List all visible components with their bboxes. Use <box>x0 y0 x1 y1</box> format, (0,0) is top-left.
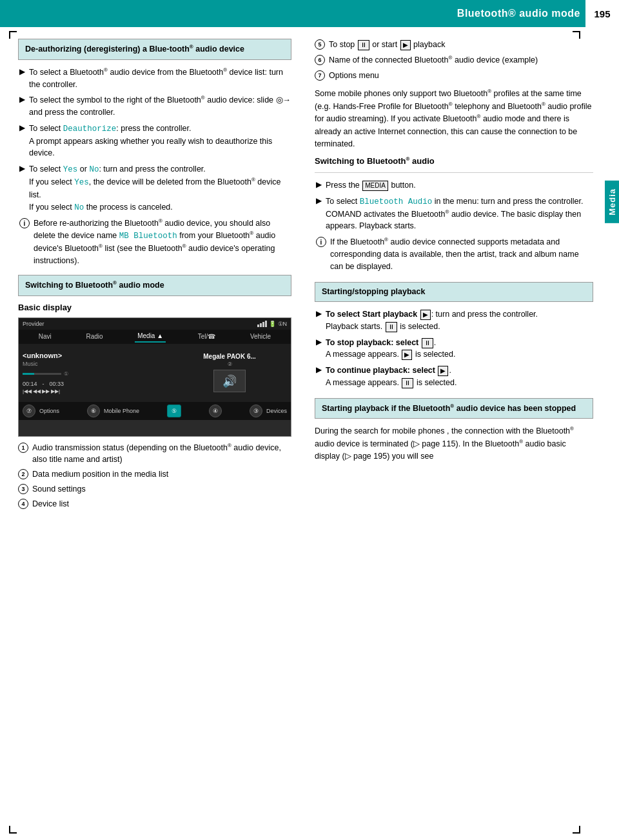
paragraph-bluetooth-profiles: Some mobile phones only support two Blue… <box>315 88 593 150</box>
pause-btn2: ⏸ <box>422 338 433 348</box>
page-number-box: 195 <box>585 0 619 27</box>
media-display: Provider 🔋 ①N Navi Radio Media ▲ T <box>18 317 291 437</box>
start-playback-text: To select Start playback ▶: turn and pre… <box>326 308 538 333</box>
bullet-item: ▶ To select Deauthorize: press the contr… <box>18 123 291 159</box>
media-right-panel: Megale PAOK 6... ② 🔊 <box>168 344 291 402</box>
nav-media: Media ▲ <box>135 331 166 343</box>
left-column: De-authorizing (deregistering) a Blue-to… <box>0 27 303 840</box>
signal-icon <box>257 321 267 327</box>
basic-display-title: Basic display <box>18 303 291 312</box>
num-text-3: Sound settings <box>32 483 86 495</box>
ctrl-btn-6[interactable]: ⑥ <box>87 405 100 417</box>
bullet-arrow: ▶ <box>316 196 322 232</box>
nav-tel: Tel/☎ <box>195 331 219 343</box>
ctrl-btn-3[interactable]: ③ <box>250 405 262 417</box>
bullet-arrow: ▶ <box>316 337 322 361</box>
stopped-section-header: Starting playback if the Bluetooth® audi… <box>315 398 593 419</box>
bullet-item: ▶ To continue playback: select ▶.A messa… <box>315 365 593 389</box>
page-content: De-authorizing (deregistering) a Blue-to… <box>0 27 619 840</box>
numbered-item: 2 Data medium position in the media list <box>18 468 291 481</box>
time-elapsed: 00:14 <box>23 381 37 387</box>
play-btn3: ▶ <box>438 366 448 376</box>
num-text-1: Audio transmission status (depending on … <box>32 442 291 466</box>
bullet-item: ▶ To stop playback: select ⏸.A message a… <box>315 337 593 361</box>
bullet-arrow: ▶ <box>19 67 25 91</box>
pause-btn3: ⏸ <box>402 378 413 388</box>
time-total: 00:33 <box>50 381 64 387</box>
num-circle-1: 1 <box>18 443 28 453</box>
num-text-4: Device list <box>32 498 69 510</box>
page-title: Bluetooth® audio mode <box>457 8 580 19</box>
play-btn2: ▶ <box>402 350 412 360</box>
bullet-text: To select Bluetooth Audio in the menu: t… <box>326 195 593 232</box>
numbered-item: 4 Device list <box>18 498 291 510</box>
num-circle-2: 2 <box>18 469 28 479</box>
media-nav: Navi Radio Media ▲ Tel/☎ Vehicle <box>19 330 291 344</box>
provider-label: Provider <box>23 321 44 327</box>
media-bottom-bar: ⑦ Options ⑥ Mobile Phone ⑤ ④ ③ Dev <box>19 402 291 420</box>
bullet-arrow: ▶ <box>19 164 25 214</box>
stopped-section: Starting playback if the Bluetooth® audi… <box>315 398 593 463</box>
bullet-arrow: ▶ <box>316 180 322 192</box>
numbered-item: 7 Options menu <box>315 70 593 82</box>
info-text: If the Bluetooth® audio device connected… <box>330 236 593 272</box>
media-center-area: <unknown> Music ① 00:14 - 00:33 <box>19 344 291 402</box>
deauth-section-header: De-authorizing (deregistering) a Blue-to… <box>18 39 291 60</box>
bullet-text: To select a Bluetooth® audio device from… <box>29 66 291 91</box>
nav-navi: Navi <box>36 331 54 343</box>
numbered-item: 3 Sound settings <box>18 483 291 495</box>
track-title: Megale PAOK 6... <box>203 353 256 360</box>
bullet-arrow: ▶ <box>316 365 322 389</box>
num-text-5: To stop ⏸ or start ▶ playback <box>329 39 445 51</box>
bullet-item: ▶ To select Yes or No: turn and press th… <box>18 163 291 214</box>
bullet-arrow: ▶ <box>316 309 322 333</box>
numbered-item: 5 To stop ⏸ or start ▶ playback <box>315 39 593 51</box>
num-circle-3: 3 <box>18 484 28 494</box>
playback-section: Starting/stopping playback ▶ To select S… <box>315 282 593 389</box>
playback-title: Starting/stopping playback <box>322 287 425 296</box>
nav-vehicle: Vehicle <box>248 331 273 343</box>
bullet-item: ▶ To select Start playback ▶: turn and p… <box>315 308 593 333</box>
playback-section-header: Starting/stopping playback <box>315 282 593 303</box>
play-btn: ▶ <box>420 310 431 320</box>
info-icon: i <box>19 218 30 228</box>
speaker-icon: 🔊 <box>222 374 237 388</box>
bullet-item: ▶ Press the MEDIA button. <box>315 179 593 192</box>
track-num: ② <box>228 361 232 367</box>
deauth-title: De-authorizing (deregistering) a Blue-to… <box>25 45 244 54</box>
track-unknown: <unknown> <box>23 352 164 359</box>
header-bar: Bluetooth® audio mode 195 <box>0 0 619 27</box>
bullet-item: ▶ To select Bluetooth Audio in the menu:… <box>315 195 593 232</box>
media-btn-inline: MEDIA <box>362 181 388 191</box>
stopped-paragraph: During the search for mobile phones , th… <box>315 425 593 463</box>
bullet-text: To select Yes or No: turn and press the … <box>29 163 291 214</box>
info-text: Before re-authorizing the Bluetooth® aud… <box>34 217 291 266</box>
num-text-2: Data medium position in the media list <box>32 468 168 481</box>
time-separator: - <box>43 381 44 387</box>
num-circle-5: 5 <box>315 39 325 50</box>
switching-title: Switching to Bluetooth® audio mode <box>25 281 164 290</box>
bullet-text: To select Deauthorize: press the control… <box>29 123 291 159</box>
switching-right-section: Switching to Bluetooth® audio ▶ Press th… <box>315 156 593 273</box>
devices-label: Devices <box>266 408 287 414</box>
num-circle-4: 4 <box>18 499 28 509</box>
num-text-7: Options menu <box>329 70 379 82</box>
info-icon: i <box>316 237 326 247</box>
num-circle-6: 6 <box>315 55 325 65</box>
num-circle-7: 7 <box>315 70 325 81</box>
pause-btn-inline: ⏸ <box>358 40 369 50</box>
bullet-item: ▶ To select a Bluetooth® audio device fr… <box>18 66 291 91</box>
bullet-item: ▶ To select the symbol to the right of t… <box>18 94 291 119</box>
ctrl-btn-4[interactable]: ④ <box>209 405 222 417</box>
bullet-text: To select the symbol to the right of the… <box>29 94 291 119</box>
continue-playback-text: To continue playback: select ▶.A message… <box>326 365 457 389</box>
info-item: i Before re-authorizing the Bluetooth® a… <box>18 217 291 266</box>
stopped-title: Starting playback if the Bluetooth® audi… <box>322 404 576 413</box>
ctrl-btn-5[interactable]: ⑤ <box>172 408 177 414</box>
numbered-item: 1 Audio transmission status (depending o… <box>18 442 291 466</box>
right-column: 5 To stop ⏸ or start ▶ playback 6 Name o… <box>303 27 619 840</box>
ctrl-btn-7[interactable]: ⑦ <box>23 405 35 417</box>
stop-playback-text: To stop playback: select ⏸.A message app… <box>326 337 455 361</box>
divider <box>315 172 593 173</box>
bullet-arrow: ▶ <box>19 95 25 119</box>
